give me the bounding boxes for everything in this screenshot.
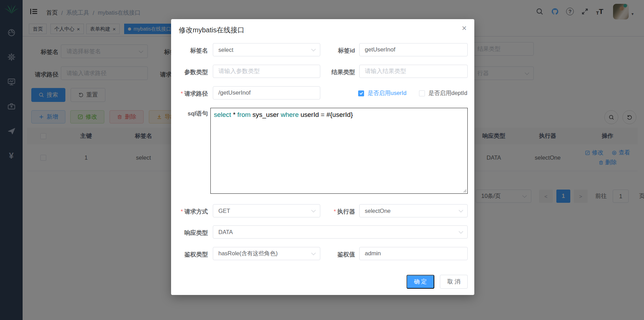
dlg-resp-type-select[interactable]: DATA xyxy=(213,225,468,239)
checkbox-unchecked-icon[interactable] xyxy=(419,90,425,96)
dlg-deptid-checkbox[interactable]: 是否启用deptId xyxy=(419,89,467,97)
dialog-title: 修改mybatis在线接口 xyxy=(179,25,244,35)
chevron-down-icon xyxy=(459,229,463,234)
dlg-auth-value-input[interactable] xyxy=(359,247,468,260)
resize-grip-icon[interactable] xyxy=(462,189,467,193)
dlg-param-type-label: 参数类型 xyxy=(163,68,208,76)
dlg-path-label: *请求路径 xyxy=(163,90,208,98)
cancel-button[interactable]: 取 消 xyxy=(440,275,468,289)
dlg-tag-name-select[interactable]: select xyxy=(213,43,320,56)
dlg-method-select[interactable]: GET xyxy=(213,204,320,217)
chevron-down-icon xyxy=(459,208,463,213)
dlg-method-label: *请求方式 xyxy=(163,208,208,216)
dlg-sql-label: sql语句 xyxy=(163,110,208,118)
dlg-userid-checkbox[interactable]: 是否启用userId xyxy=(358,89,406,97)
dlg-auth-type-label: 鉴权类型 xyxy=(163,250,208,258)
confirm-button[interactable]: 确 定 xyxy=(406,275,434,289)
dlg-tag-name-label: 标签名 xyxy=(163,47,208,55)
dlg-path-input[interactable] xyxy=(213,86,320,99)
dlg-result-type-input[interactable] xyxy=(359,65,468,78)
sql-editor[interactable]: select * from sys_user where userId = #{… xyxy=(210,108,468,194)
dlg-tag-id-label: 标签id xyxy=(311,47,355,55)
dlg-auth-type-select[interactable]: hasRole(含有这些角色) xyxy=(213,247,320,260)
app-root: ¥ 首页 / 系统工具 / mybatis在线接口 xyxy=(0,0,644,320)
dlg-param-type-input[interactable] xyxy=(213,65,320,78)
dlg-executor-label: *执行器 xyxy=(311,208,355,216)
dialog-close-icon[interactable]: × xyxy=(462,23,467,33)
dlg-executor-select[interactable]: selectOne xyxy=(359,204,468,217)
dlg-resp-type-label: 响应类型 xyxy=(163,229,208,237)
dlg-auth-value-label: 鉴权值 xyxy=(311,250,355,258)
edit-mybatis-dialog: 修改mybatis在线接口 × 标签名 select 标签id 参数类型 结果类… xyxy=(171,19,474,295)
dlg-result-type-label: 结果类型 xyxy=(311,68,355,76)
checkbox-checked-icon[interactable] xyxy=(358,90,364,96)
dlg-tag-id-input[interactable] xyxy=(359,43,468,56)
